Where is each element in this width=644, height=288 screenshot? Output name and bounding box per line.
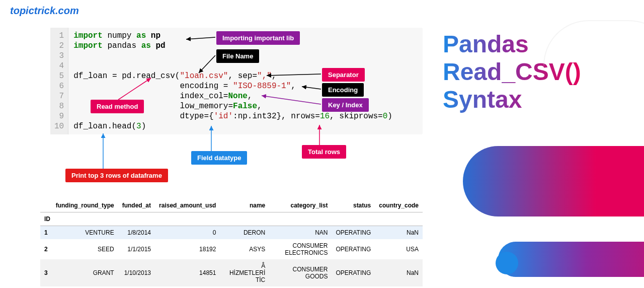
code-token: df_loan.head(: [73, 122, 136, 131]
code-token: :np.int32}, nrows=: [233, 112, 320, 121]
code-token: False: [233, 102, 257, 111]
label-field-datatype: Field datatype: [191, 151, 247, 165]
col-header: status: [332, 199, 375, 212]
label-print-top: Print top 3 rows of dataframe: [65, 169, 168, 182]
cell: Â HİZMETLERİ TİC: [220, 259, 269, 286]
cell: OPERATING: [332, 226, 375, 240]
code-token: np: [151, 31, 160, 40]
label-file-name: File Name: [216, 49, 259, 63]
col-header: funding_round_type: [52, 199, 118, 212]
cell: NAN: [269, 226, 332, 240]
line-number: 5: [54, 71, 64, 81]
code-token: as: [136, 31, 146, 40]
line-number: 7: [54, 91, 64, 101]
code-token: ): [387, 112, 392, 121]
row-id: 1: [40, 226, 52, 240]
col-header: country_code: [375, 199, 423, 212]
cell: SEED: [52, 239, 118, 259]
decoration-circle: [496, 252, 518, 274]
code-token: 0: [383, 112, 388, 121]
cell: DERON: [220, 226, 269, 240]
table-row: 2 SEED 1/1/2015 18192 ASYS CONSUMER ELEC…: [40, 239, 423, 259]
col-header: funded_at: [118, 199, 155, 212]
code-token: pandas: [107, 41, 136, 50]
code-token: encoding =: [73, 82, 233, 91]
line-number: 1: [54, 31, 64, 41]
table-row: 1 VENTURE 1/8/2014 0 DERON NAN OPERATING…: [40, 226, 423, 240]
cell: CONSUMER GOODS: [269, 259, 332, 286]
line-number: 10: [54, 121, 64, 131]
row-id: 3: [40, 259, 52, 286]
code-token: ,: [272, 71, 277, 81]
cell: 1/8/2014: [118, 226, 155, 240]
line-number: 9: [54, 111, 64, 121]
cell: 1/1/2015: [118, 239, 155, 259]
col-header: name: [220, 199, 269, 212]
heading-line: Syntax: [443, 86, 581, 113]
dataframe-output: funding_round_type funded_at raised_amou…: [40, 199, 423, 286]
label-read-method: Read method: [91, 100, 144, 113]
decoration-arc: [543, 20, 644, 65]
label-separator: Separator: [322, 68, 365, 82]
cell: VENTURE: [52, 226, 118, 240]
label-encoding: Encoding: [322, 83, 364, 97]
line-number: 8: [54, 101, 64, 111]
cell: ASYS: [220, 239, 269, 259]
code-token: df_loan = pd.read_csv(: [73, 71, 180, 81]
code-token: , sep=: [228, 71, 257, 81]
code-token: ",": [257, 71, 272, 81]
label-import-lib: Importing important lib: [216, 31, 300, 45]
cell: NaN: [375, 226, 423, 240]
row-id: 2: [40, 239, 52, 259]
code-token: import: [73, 41, 103, 50]
cell: 0: [155, 226, 220, 240]
cell: 18192: [155, 239, 220, 259]
code-token: ,: [291, 82, 296, 91]
code-token: 3: [136, 122, 141, 131]
data-table: funding_round_type funded_at raised_amou…: [40, 199, 423, 286]
cell: 14851: [155, 259, 220, 286]
code-token: "ISO-8859-1": [233, 82, 291, 91]
index-header: ID: [40, 212, 423, 226]
cell: GRANT: [52, 259, 118, 286]
label-total-rows: Total rows: [302, 145, 346, 159]
table-row: 3 GRANT 1/10/2013 14851 Â HİZMETLERİ TİC…: [40, 259, 423, 286]
line-number: 6: [54, 81, 64, 91]
decoration-pill-small: [498, 242, 644, 277]
line-gutter: 1 2 3 4 5 6 7 8 9 10: [50, 28, 68, 134]
code-token: pd: [155, 41, 165, 50]
code-token: import: [73, 31, 103, 40]
site-title: topictrick.com: [10, 5, 79, 17]
cell: USA: [375, 239, 423, 259]
code-token: ): [141, 122, 146, 131]
code-token: "loan.csv": [180, 71, 228, 81]
cell: CONSUMER ELECTRONICS: [269, 239, 332, 259]
code-token: 'id': [214, 112, 233, 121]
cell: NaN: [375, 259, 423, 286]
line-number: 4: [54, 61, 64, 71]
code-token: None: [228, 92, 247, 101]
table-index-row: ID: [40, 212, 423, 226]
code-token: numpy: [107, 31, 131, 40]
label-key-index: Key / Index: [322, 98, 369, 112]
cell: OPERATING: [332, 259, 375, 286]
code-token: as: [141, 41, 151, 50]
col-header: category_list: [269, 199, 332, 212]
cell: 1/10/2013: [118, 259, 155, 286]
code-token: ,: [257, 102, 262, 111]
code-token: , skiprows=: [330, 112, 383, 121]
cell: OPERATING: [332, 239, 375, 259]
decoration-pill-large: [463, 146, 644, 217]
code-token: ,: [248, 92, 253, 101]
line-number: 3: [54, 51, 64, 61]
table-header-row: funding_round_type funded_at raised_amou…: [40, 199, 423, 212]
col-header: raised_amount_usd: [155, 199, 220, 212]
line-number: 2: [54, 41, 64, 51]
code-token: 16: [320, 112, 330, 121]
